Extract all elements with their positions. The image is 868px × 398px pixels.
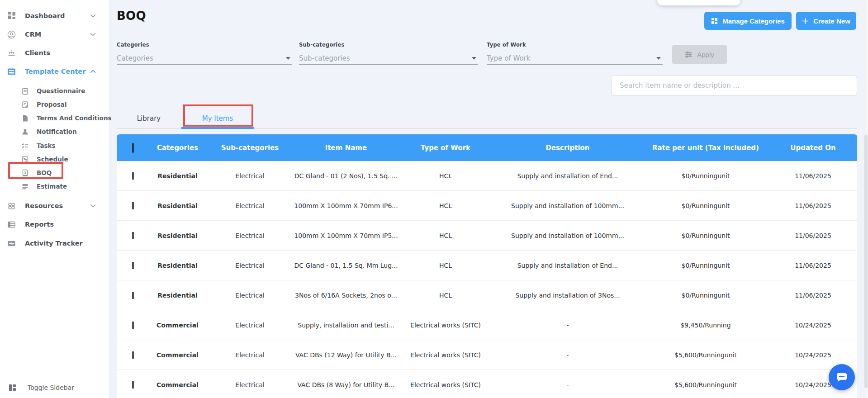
- cell-subcategory: Electrical: [206, 262, 294, 269]
- sidebar-item-label: Estimate: [37, 183, 67, 190]
- sidebar-item-label: Notification: [37, 128, 77, 135]
- reports-icon: [7, 220, 16, 229]
- row-checkbox[interactable]: [132, 172, 134, 180]
- table-row[interactable]: Residential Electrical DC Gland - 01, 1.…: [117, 251, 857, 280]
- search-box: [611, 75, 857, 96]
- table-row[interactable]: Residential Electrical 100mm X 100mm X 7…: [117, 221, 857, 251]
- sidebar-item-notification[interactable]: Notification: [0, 124, 109, 139]
- sidebar-item-terms-and-conditions[interactable]: Terms And Conditions: [0, 111, 109, 125]
- create-new-button[interactable]: Create New: [796, 12, 856, 30]
- select-all-checkbox[interactable]: [132, 143, 134, 153]
- row-checkbox[interactable]: [132, 202, 134, 209]
- cell-rate: $0/Runningunit: [642, 292, 769, 299]
- resources-icon: [7, 202, 16, 210]
- table-header-row: Categories Sub-categories Item Name Type…: [117, 134, 857, 161]
- sidebar-item-proposal[interactable]: Proposal: [0, 97, 109, 112]
- search-input[interactable]: [612, 81, 857, 90]
- cell-item-name: DC Gland - 01, 1.5 Sq. Mm Lug...: [294, 262, 398, 269]
- page-title: BOQ: [117, 9, 146, 23]
- row-checkbox[interactable]: [132, 262, 134, 269]
- type-of-work-select[interactable]: Type of Work: [487, 52, 663, 65]
- sidebar-toggle-button[interactable]: Toggle Sidebar: [0, 380, 109, 395]
- cell-subcategory: Electrical: [206, 381, 294, 389]
- type-of-work-filter: Type of Work Type of Work: [487, 42, 663, 65]
- schedule-icon: [21, 155, 29, 164]
- table-row[interactable]: Commercial Electrical VAC DBs (12 Way) f…: [117, 340, 857, 370]
- sidebar-item-boq[interactable]: $ BOQ: [0, 166, 109, 180]
- subcategories-select[interactable]: Sub-categories: [299, 52, 478, 65]
- boq-icon: $: [21, 169, 29, 177]
- table-row[interactable]: Commercial Electrical Supply, installati…: [117, 310, 857, 340]
- categories-select[interactable]: Categories: [117, 52, 292, 65]
- sidebar-item-crm[interactable]: CRM: [0, 27, 109, 42]
- column-header-rate[interactable]: Rate per unit (Tax included): [642, 144, 769, 152]
- sidebar-item-tasks[interactable]: Tasks: [0, 138, 109, 153]
- notification-icon: [21, 128, 29, 136]
- create-new-label: Create New: [813, 17, 850, 25]
- apply-button[interactable]: Apply: [672, 45, 727, 64]
- table-row[interactable]: Commercial Electrical VAC DBs (8 Way) fo…: [117, 370, 857, 398]
- row-checkbox[interactable]: [132, 292, 134, 299]
- table-row[interactable]: Residential Electrical 3Nos of 6/16A Soc…: [117, 280, 857, 310]
- cell-item-name: 100mm X 100mm X 70mm IP5...: [294, 232, 398, 239]
- sidebar-item-template-center[interactable]: Template Center: [0, 64, 109, 79]
- sidebar-item-clients[interactable]: Clients: [0, 46, 109, 60]
- cell-item-name: 3Nos of 6/16A Sockets, 2nos o...: [294, 292, 398, 299]
- template-center-icon: [7, 67, 16, 76]
- column-header-updated-on[interactable]: Updated On: [769, 144, 857, 152]
- cell-item-name: Supply, installation and testi...: [294, 322, 398, 329]
- chevron-down-icon: [90, 204, 96, 208]
- subcategories-filter-label: Sub-categories: [299, 42, 478, 48]
- column-header-subcategories[interactable]: Sub-categories: [206, 144, 294, 152]
- row-checkbox[interactable]: [132, 351, 134, 359]
- chat-launcher-button[interactable]: [829, 364, 855, 390]
- tab-my-items-label: My Items: [202, 114, 233, 123]
- cell-category: Residential: [149, 262, 206, 269]
- cell-description: -: [493, 351, 642, 359]
- floating-panel-edge: [657, 0, 740, 5]
- cell-subcategory: Electrical: [206, 351, 294, 359]
- activity-tracker-icon: [7, 239, 16, 248]
- sidebar-item-estimate[interactable]: Estimate: [0, 179, 109, 194]
- dropdown-arrow-icon: [286, 57, 290, 60]
- manage-categories-button[interactable]: Manage Categories: [704, 12, 792, 30]
- cell-category: Residential: [149, 292, 206, 299]
- sidebar-item-label: Terms And Conditions: [37, 114, 112, 122]
- sidebar-item-schedule[interactable]: Schedule: [0, 152, 109, 166]
- sidebar-item-activity-tracker[interactable]: Activity Tracker: [0, 236, 109, 251]
- tab-library[interactable]: Library: [122, 110, 176, 127]
- subcategories-filter: Sub-categories Sub-categories: [299, 42, 478, 65]
- row-checkbox[interactable]: [132, 381, 134, 389]
- dropdown-arrow-icon: [656, 57, 661, 60]
- column-header-type-of-work[interactable]: Type of Work: [398, 144, 493, 152]
- tab-my-items[interactable]: My Items: [190, 110, 245, 127]
- row-checkbox[interactable]: [132, 232, 134, 239]
- cell-updated-on: 11/06/2025: [769, 172, 857, 180]
- type-of-work-select-value: Type of Work: [487, 54, 530, 62]
- cell-subcategory: Electrical: [206, 292, 294, 299]
- cell-description: Supply and installation of 3Nos...: [493, 292, 642, 299]
- scrollbar-thumb[interactable]: [864, 135, 868, 388]
- clients-icon: [7, 49, 16, 57]
- sidebar-item-label: Schedule: [37, 156, 68, 163]
- chevron-down-icon: [90, 33, 96, 36]
- column-header-item-name[interactable]: Item Name: [294, 144, 398, 152]
- cell-category: Commercial: [149, 381, 206, 389]
- cell-rate: $5,600/Runningunit: [642, 381, 769, 389]
- vertical-scrollbar[interactable]: [864, 0, 868, 398]
- sidebar-item-label: Template Center: [25, 68, 86, 75]
- table-row[interactable]: Residential Electrical DC Gland - 01 (2 …: [117, 161, 857, 191]
- crm-icon: [7, 30, 16, 39]
- column-header-categories[interactable]: Categories: [149, 144, 206, 152]
- sidebar-item-questionnaire[interactable]: Questionnaire: [0, 84, 109, 98]
- sidebar-item-label: Activity Tracker: [25, 240, 83, 247]
- sidebar-item-reports[interactable]: Reports: [0, 217, 109, 232]
- chevron-down-icon: [90, 14, 96, 18]
- sidebar-item-dashboard[interactable]: Dashboard: [0, 9, 109, 23]
- cell-type-of-work: Electrical works (SITC): [398, 322, 493, 329]
- cell-subcategory: Electrical: [206, 202, 294, 209]
- row-checkbox[interactable]: [132, 322, 134, 329]
- table-row[interactable]: Residential Electrical 100mm X 100mm X 7…: [117, 191, 857, 221]
- column-header-description[interactable]: Description: [493, 144, 642, 152]
- sidebar-item-resources[interactable]: Resources: [0, 199, 109, 213]
